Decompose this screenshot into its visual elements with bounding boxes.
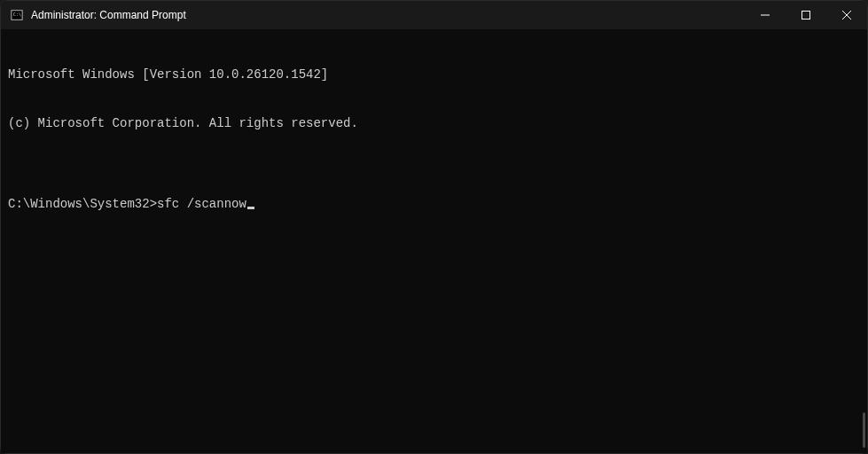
- prompt-line: C:\Windows\System32>sfc /scannow: [8, 196, 860, 212]
- window-controls: [745, 1, 867, 29]
- titlebar[interactable]: C:\ Administrator: Command Prompt: [1, 1, 867, 29]
- svg-rect-3: [802, 12, 810, 20]
- command-prompt-window: C:\ Administrator: Command Prompt: [0, 0, 868, 454]
- copyright-line: (c) Microsoft Corporation. All rights re…: [8, 115, 860, 131]
- version-line: Microsoft Windows [Version 10.0.26120.15…: [8, 67, 860, 82]
- prompt-path: C:\Windows\System32>: [8, 196, 157, 212]
- window-title: Administrator: Command Prompt: [31, 9, 186, 21]
- svg-text:C:\: C:\: [13, 12, 21, 17]
- scrollbar-thumb[interactable]: [863, 412, 865, 448]
- cmd-icon: C:\: [10, 8, 24, 22]
- cursor-icon: [247, 207, 254, 209]
- terminal-output[interactable]: Microsoft Windows [Version 10.0.26120.15…: [1, 29, 867, 453]
- maximize-button[interactable]: [786, 1, 826, 29]
- minimize-button[interactable]: [745, 1, 786, 29]
- titlebar-left: C:\ Administrator: Command Prompt: [1, 8, 745, 22]
- command-input: sfc /scannow: [157, 196, 246, 212]
- scrollbar[interactable]: [860, 31, 865, 448]
- close-button[interactable]: [826, 1, 867, 29]
